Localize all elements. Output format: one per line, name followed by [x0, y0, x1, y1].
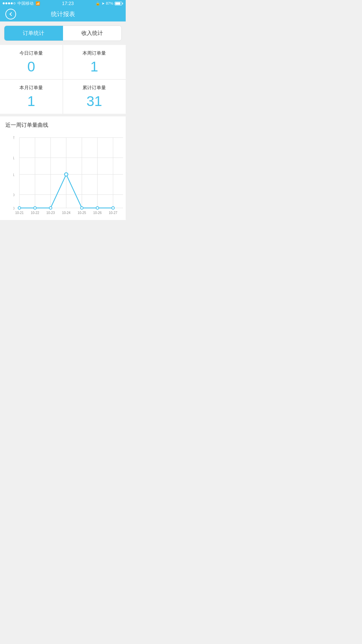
svg-text:1: 1: [13, 173, 14, 177]
svg-text:0: 0: [13, 193, 14, 197]
signal-dot-1: [3, 2, 5, 4]
stat-week: 本周订单量 1: [63, 45, 126, 79]
page-title: 统计报表: [51, 10, 75, 18]
tab-order[interactable]: 订单统计: [4, 26, 63, 41]
stat-today-label: 今日订单量: [19, 50, 43, 56]
battery-percent: 87%: [106, 1, 113, 5]
carrier-label: 中国移动: [17, 1, 34, 6]
status-bar: 中国移动 📶 17:23 🔒 ➤ 87%: [0, 0, 126, 7]
stats-card: 今日订单量 0 本周订单量 1 本月订单量 1 累计订单量 31: [0, 45, 126, 114]
signal-dots: [3, 2, 15, 4]
svg-text:10-23: 10-23: [46, 211, 55, 215]
stat-total: 累计订单量 31: [63, 79, 126, 114]
chart-area: 2 1 1 0 0: [13, 134, 123, 215]
svg-text:10-22: 10-22: [31, 211, 40, 215]
battery-indicator: [115, 2, 123, 5]
status-right: 🔒 ➤ 87%: [96, 1, 123, 6]
data-point-3: [65, 173, 68, 176]
chart-svg: 2 1 1 0 0: [13, 134, 123, 215]
data-point-1: [34, 207, 36, 209]
status-time: 17:23: [62, 1, 74, 6]
data-point-0: [18, 207, 21, 209]
stat-month-value: 1: [27, 94, 35, 108]
stat-total-label: 累计订单量: [82, 85, 106, 91]
stat-today: 今日订单量 0: [0, 45, 63, 79]
wifi-icon: 📶: [36, 1, 40, 6]
svg-text:10-24: 10-24: [62, 211, 71, 215]
signal-dot-5: [13, 2, 15, 4]
chart-section: 近一周订单量曲线 2 1 1 0 0: [0, 116, 126, 220]
data-point-2: [49, 207, 52, 209]
stat-week-label: 本周订单量: [82, 50, 106, 56]
tab-switcher: 订单统计 收入统计: [4, 25, 122, 41]
data-point-5: [96, 207, 99, 209]
location-icon: ➤: [102, 1, 105, 6]
svg-text:10-26: 10-26: [93, 211, 102, 215]
lock-icon: 🔒: [96, 1, 100, 6]
stats-grid: 今日订单量 0 本周订单量 1 本月订单量 1 累计订单量 31: [0, 45, 126, 114]
stat-today-value: 0: [27, 60, 35, 74]
svg-text:10-27: 10-27: [109, 211, 118, 215]
nav-bar: 统计报表: [0, 7, 126, 21]
chart-title: 近一周订单量曲线: [5, 122, 123, 129]
svg-text:0: 0: [13, 206, 14, 210]
back-button[interactable]: [5, 9, 16, 19]
svg-text:1: 1: [13, 156, 14, 160]
svg-text:10-25: 10-25: [77, 211, 86, 215]
status-left: 中国移动 📶: [3, 1, 40, 6]
signal-dot-4: [11, 2, 13, 4]
stat-total-value: 31: [86, 94, 102, 108]
data-point-4: [80, 207, 83, 209]
signal-dot-2: [5, 2, 7, 4]
stat-month: 本月订单量 1: [0, 79, 63, 114]
svg-text:10-21: 10-21: [15, 211, 24, 215]
signal-dot-3: [8, 2, 10, 4]
svg-text:2: 2: [13, 136, 14, 140]
stat-week-value: 1: [90, 60, 98, 74]
data-point-6: [112, 207, 114, 209]
stat-month-label: 本月订单量: [19, 85, 43, 91]
back-arrow-icon: [9, 12, 13, 16]
tab-income[interactable]: 收入统计: [63, 26, 122, 41]
